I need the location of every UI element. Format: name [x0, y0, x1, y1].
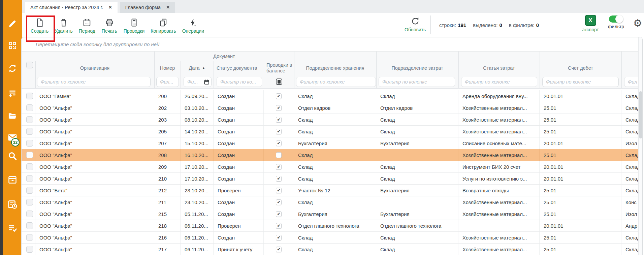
select-all-checkbox[interactable] [26, 62, 33, 68]
posted-checkbox[interactable]: ✔ [276, 164, 282, 170]
posted-checkbox[interactable]: ✔ [276, 105, 282, 111]
filter-input-num[interactable] [156, 77, 179, 87]
column-group-document[interactable]: Документ [154, 52, 294, 61]
filter-input-store-dept[interactable] [296, 77, 376, 87]
folder-icon[interactable] [7, 111, 18, 122]
cell-date: 23.10.20... [181, 196, 214, 208]
table-row[interactable]: ООО "Альфа"21123.10.20...Создан✔СкладХоз… [22, 196, 639, 208]
posted-checkbox[interactable]: ✔ [276, 235, 282, 241]
close-icon[interactable]: ✕ [108, 5, 112, 10]
posted-filter-checkbox[interactable] [276, 78, 282, 85]
column-header-org[interactable]: Организация [35, 61, 154, 75]
cell-select [24, 114, 35, 125]
row-select-checkbox[interactable] [26, 175, 33, 182]
cell-select [24, 137, 35, 149]
row-select-checkbox[interactable] [26, 222, 33, 229]
column-header-num[interactable]: Номер [154, 61, 181, 75]
row-select-checkbox[interactable] [26, 116, 33, 123]
checklist-icon[interactable] [7, 223, 18, 233]
tab-glavnaya-forma[interactable]: Главная форма ✕ [120, 2, 175, 13]
print-button[interactable]: Печать [98, 15, 121, 34]
row-select-checkbox[interactable] [26, 163, 33, 170]
row-select-checkbox[interactable] [26, 246, 33, 253]
export-list-icon[interactable] [7, 88, 18, 99]
group-by-panel[interactable]: Перетащите сюда колонку для группировки … [22, 37, 642, 52]
operations-button[interactable]: Операции [179, 15, 207, 34]
gear-icon[interactable]: ⚙ [633, 18, 642, 28]
column-header-cost-item[interactable]: Статья затрат [458, 61, 540, 75]
row-select-checkbox[interactable] [26, 128, 33, 135]
row-select-checkbox[interactable] [26, 211, 33, 217]
date-picker-calendar-icon[interactable] [204, 79, 210, 85]
posted-checkbox[interactable]: ✔ [276, 247, 282, 252]
row-select-checkbox[interactable] [26, 199, 33, 205]
column-header-debit-account[interactable]: Счет дебет [540, 61, 621, 75]
sync-refresh-icon[interactable] [7, 63, 18, 74]
posted-checkbox[interactable] [276, 152, 282, 158]
table-row[interactable]: ООО "Альфа"20308.10.20...Создан✔СкладСкл… [22, 114, 639, 126]
filter-input-status[interactable] [217, 77, 262, 87]
postings-button[interactable]: Проводки [121, 15, 148, 34]
posted-checkbox[interactable]: ✔ [276, 93, 282, 99]
posted-checkbox[interactable]: ✔ [276, 129, 282, 134]
posted-checkbox[interactable]: ✔ [276, 117, 282, 123]
posted-checkbox[interactable]: ✔ [276, 188, 282, 193]
period-button[interactable]: Период [76, 15, 98, 34]
posted-checkbox[interactable]: ✔ [276, 223, 282, 229]
table-row[interactable]: ООО "Альфа"21806.11.20...Проверен✔Отдел … [22, 220, 639, 232]
qr-code-icon[interactable] [7, 40, 18, 51]
column-header-status[interactable]: Статус документа [217, 61, 260, 75]
filter-input-cost-dept[interactable] [379, 77, 455, 87]
excel-export-button[interactable]: X экспорт [579, 15, 602, 32]
filter-input-org[interactable] [37, 77, 151, 87]
close-icon[interactable]: ✕ [166, 5, 170, 10]
table-row[interactable]: ООО "Гамма"20026.09.20...Создан✔СкладСкл… [22, 90, 639, 102]
posted-checkbox[interactable]: ✔ [276, 211, 282, 217]
tab-act-spisaniya[interactable]: Акт списания - Реестр за 2024 г. ✕ [25, 2, 118, 13]
table-row[interactable]: ООО "Альфа"20917.10.20...Создан✔СкладСкл… [22, 161, 639, 173]
cell-last: Склад [621, 102, 639, 114]
cell-status: Создан [214, 102, 264, 114]
cell-num: 202 [154, 102, 181, 114]
table-row[interactable]: ООО "Альфа"21706.11.20...Принят к учету✔… [22, 244, 639, 255]
row-select-checkbox[interactable] [26, 234, 33, 241]
row-select-checkbox[interactable] [26, 140, 33, 147]
column-header-cost-dept[interactable]: Подразделение затрат [376, 61, 458, 75]
row-select-checkbox[interactable] [26, 104, 33, 111]
vertical-scrollbar[interactable] [638, 37, 642, 255]
table-row[interactable]: ООО "Бета"21223.10.20...Проверен✔Участок… [22, 185, 639, 196]
filter-toggle[interactable]: фильтр [605, 15, 627, 29]
cell-cost-dept: Отдел главного технолога [376, 220, 458, 231]
posted-checkbox[interactable]: ✔ [276, 140, 282, 146]
create-button[interactable]: Создать [28, 15, 52, 34]
edit-pencil-icon[interactable] [7, 18, 18, 29]
delete-button[interactable]: Удалить [52, 15, 75, 34]
column-header-store-dept[interactable]: Подразделение хранения [294, 61, 376, 75]
cell-debit: 20.01.01 [540, 220, 621, 231]
table-row[interactable]: ООО "Альфа"21505.11.20...Создан✔Бухгалте… [22, 208, 639, 220]
toggle-on-icon [609, 15, 623, 23]
row-select-checkbox[interactable] [26, 187, 33, 194]
column-header-date[interactable]: Дата ▲ [181, 61, 214, 75]
scrollbar-thumb[interactable] [639, 91, 642, 138]
table-row[interactable]: ООО "Альфа"20715.10.20...Создан✔Бухгалте… [22, 137, 639, 149]
row-select-checkbox[interactable] [26, 93, 33, 99]
copy-button[interactable]: Копировать [148, 15, 179, 34]
search-icon[interactable] [7, 151, 18, 161]
filter-input-cost-item[interactable] [461, 77, 537, 87]
calendar-icon[interactable] [7, 174, 18, 185]
refresh-button[interactable]: Обновить [401, 14, 429, 33]
posted-checkbox[interactable]: ✔ [276, 176, 282, 182]
table-row[interactable]: ООО "Альфа"20514.10.20...Создан✔СкладСкл… [22, 126, 639, 137]
table-row[interactable]: ООО "Альфа"21606.11.20...Создан✔СкладСкл… [22, 232, 639, 244]
filter-input-debit[interactable] [542, 77, 619, 87]
cell-store-dept: Склад [294, 149, 376, 161]
table-row[interactable]: ООО "Альфа"21017.10.20...Создан✔СкладСкл… [22, 173, 639, 185]
posted-checkbox[interactable]: ✔ [276, 199, 282, 205]
row-select-checkbox[interactable] [26, 152, 33, 158]
column-header-posted[interactable]: Проводки в балансе [266, 61, 293, 75]
table-row[interactable]: ООО "Альфа"20203.10.20...Создан✔Отдел ка… [22, 102, 639, 114]
cell-select [24, 90, 35, 102]
report-clock-icon[interactable] [7, 199, 18, 210]
table-row[interactable]: ООО "Альфа"20816.10.20...СозданСкладХозя… [22, 149, 639, 161]
